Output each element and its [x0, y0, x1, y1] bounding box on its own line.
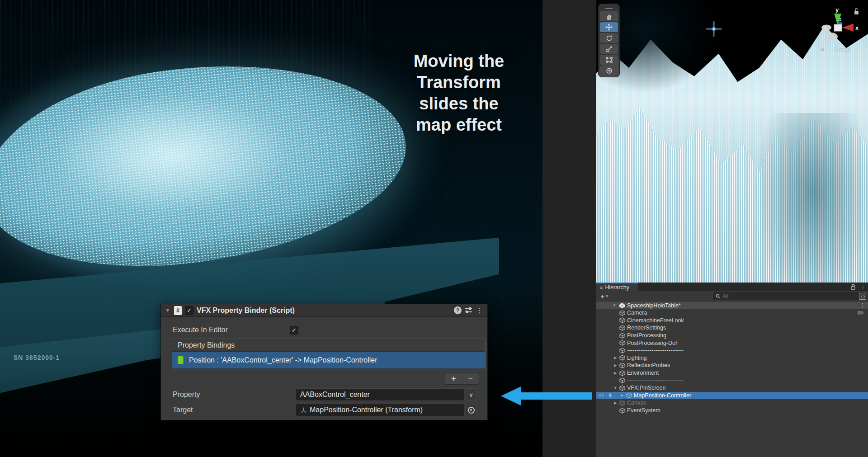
hierarchy-row[interactable]: ▼ VFX:PinScreen — [596, 384, 868, 392]
object-picker-button[interactable] — [466, 404, 476, 416]
gameobject-cube-icon — [619, 363, 625, 368]
hierarchy-row[interactable]: ------------------------------ — [596, 347, 868, 354]
gameobject-cube-icon — [619, 310, 625, 316]
table-serial-label: SN 3852000-1 — [14, 354, 60, 361]
transform-axis-icon — [300, 407, 307, 414]
add-binding-button[interactable]: + — [445, 373, 462, 384]
hierarchy-row[interactable]: RenderSettings — [596, 324, 868, 332]
gameobject-cube-icon — [619, 325, 625, 331]
object-label: CinemachineFreeLook — [627, 317, 684, 324]
expand-arrow-icon[interactable]: ▶ — [613, 401, 618, 405]
lens-flare — [706, 21, 722, 37]
hierarchy-row[interactable]: ------------------------------ — [596, 377, 868, 384]
hierarchy-row[interactable]: PostProcessing — [596, 332, 868, 339]
hierarchy-row[interactable]: CinemachineFreeLook — [596, 317, 868, 325]
hierarchy-row[interactable]: ▶ MapPosition-Controller — [596, 392, 868, 400]
hierarchy-tabbar: ≡ Hierarchy ⋮ — [596, 283, 868, 291]
hierarchy-search-field[interactable] — [713, 292, 859, 300]
tab-hierarchy[interactable]: ≡ Hierarchy — [596, 283, 638, 291]
property-input[interactable]: AABoxControl_center — [296, 388, 464, 401]
gizmo-z-label: z — [839, 16, 842, 22]
property-value: AABoxControl_center — [300, 391, 370, 399]
create-object-button[interactable]: + ▼ — [599, 292, 611, 300]
hierarchy-row[interactable]: EventSystem — [596, 407, 868, 415]
rect-tool-button[interactable] — [600, 55, 618, 65]
overlay-drag-handle[interactable] — [600, 6, 618, 9]
rotate-tool-button[interactable] — [600, 33, 618, 43]
scale-icon — [606, 46, 613, 52]
unity-scene-icon — [619, 302, 625, 309]
expand-arrow-icon[interactable]: ▼ — [613, 386, 618, 390]
binding-list-item[interactable]: Position : 'AABoxControl_center' -> MapP… — [172, 352, 485, 368]
transform-tool-button[interactable] — [600, 66, 618, 75]
search-icon — [716, 294, 721, 299]
gameobject-cube-icon — [619, 385, 625, 391]
move-icon — [605, 24, 613, 31]
scale-tool-button[interactable] — [600, 44, 618, 54]
gameobject-cube-icon — [619, 348, 625, 353]
execute-in-editor-checkbox[interactable]: ✓ — [290, 326, 298, 335]
hierarchy-row[interactable]: ▶ Lighting — [596, 354, 868, 362]
remove-binding-button[interactable]: − — [462, 373, 479, 384]
gameobject-cube-icon — [619, 370, 625, 376]
script-icon: # — [174, 306, 182, 315]
hierarchy-row[interactable]: ▶ Canvas — [596, 399, 868, 407]
rotate-icon — [606, 35, 613, 42]
search-picker-icon[interactable] — [859, 293, 866, 300]
tab-hierarchy-label: Hierarchy — [605, 284, 629, 291]
app-window: SN 3852000-1 Moving the Transform slides… — [0, 0, 868, 457]
gizmo-y-label: y — [835, 6, 839, 13]
hierarchy-row[interactable]: ▶ ReflectionProbes — [596, 362, 868, 369]
expand-arrow-icon[interactable]: ▶ — [620, 393, 624, 397]
component-enabled-checkbox[interactable]: ✓ — [185, 306, 193, 315]
gameobject-cube-icon — [619, 333, 625, 339]
hierarchy-rows: Camera CinemachineFreeLook RenderSetting… — [596, 309, 868, 457]
property-dropdown-button[interactable]: ∨ — [466, 388, 476, 401]
gameobject-cube-icon — [619, 400, 625, 406]
hierarchy-row[interactable]: Camera — [596, 309, 868, 317]
move-tool-button[interactable] — [600, 22, 618, 32]
object-label: PostProcessing-DoF — [627, 340, 679, 346]
scene-header-row[interactable]: ▼ SpaceshipHoloTable* ⋮ — [596, 302, 868, 309]
vfx-property-binder-panel: ▼ # ✓ VFX Property Binder (Script) ? ⋮ E… — [160, 304, 488, 420]
scene-fold-icon[interactable]: ▼ — [613, 303, 617, 307]
gameobject-cube-icon — [619, 340, 625, 346]
persp-label[interactable]: Persp — [834, 46, 851, 53]
object-label: PostProcessing — [627, 332, 666, 339]
object-label: VFX:PinScreen — [627, 385, 665, 391]
component-fold-icon[interactable]: ▼ — [165, 308, 171, 313]
expand-arrow-icon[interactable]: ▶ — [613, 363, 618, 367]
presets-icon[interactable] — [465, 307, 473, 314]
divider-column — [542, 0, 596, 457]
target-value: MapPosition-Controller (Transform) — [310, 406, 423, 414]
scene-picking-icon[interactable] — [608, 392, 613, 398]
gizmo-x-label: x — [855, 24, 859, 31]
object-label: Camera — [627, 310, 647, 316]
hierarchy-panel: ≡ Hierarchy ⋮ + ▼ ▼ — [596, 283, 868, 457]
gameobject-cube-icon — [619, 408, 625, 414]
panel-menu-icon[interactable]: ⋮ — [858, 283, 868, 291]
search-input[interactable] — [722, 293, 856, 300]
persp-arrow-icon[interactable]: ◀ — [820, 46, 824, 52]
scene-view[interactable]: y z x ◀ Persp — [596, 0, 868, 283]
component-menu-icon[interactable]: ⋮ — [476, 306, 483, 315]
holo-terrain-highlight — [54, 95, 289, 212]
object-label: EventSystem — [627, 407, 660, 414]
property-bindings-list: Property Bindings Position : 'AABoxContr… — [172, 339, 486, 371]
property-field-label: Property — [173, 391, 296, 399]
hand-tool-button[interactable] — [600, 11, 618, 21]
panel-lock-icon[interactable] — [848, 283, 858, 291]
create-plus-icon: + — [600, 292, 604, 300]
gameobject-cube-icon — [619, 355, 625, 361]
object-label: Canvas — [627, 400, 646, 406]
scene-visibility-eye-icon[interactable] — [598, 392, 605, 398]
help-icon[interactable]: ? — [454, 306, 462, 314]
hierarchy-row[interactable]: ▶ Environment — [596, 369, 868, 377]
expand-arrow-icon[interactable]: ▶ — [613, 356, 618, 360]
component-header[interactable]: ▼ # ✓ VFX Property Binder (Script) ? ⋮ — [161, 304, 487, 317]
target-object-field[interactable]: MapPosition-Controller (Transform) — [296, 404, 464, 416]
component-title: VFX Property Binder (Script) — [197, 306, 295, 315]
scene-menu-icon[interactable]: ⋮ — [860, 302, 866, 309]
expand-arrow-icon[interactable]: ▶ — [613, 371, 618, 375]
hierarchy-row[interactable]: PostProcessing-DoF — [596, 339, 868, 347]
